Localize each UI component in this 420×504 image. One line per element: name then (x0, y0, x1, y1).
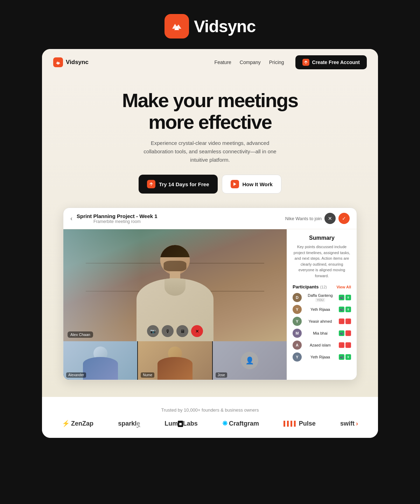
participant-icons-5: 🚫 🚫 (339, 342, 351, 348)
participant-icons-3: 🚫 🚫 (339, 318, 351, 324)
mini-videos: Alexander Nume (63, 341, 287, 380)
participants-label: Participants (293, 284, 318, 289)
mic-icon-4: 🚫 (345, 330, 351, 336)
view-all-button[interactable]: View All (336, 285, 351, 289)
hero-section: Make your meetings more effective Experi… (42, 76, 378, 397)
create-account-button[interactable]: Create Free Account (295, 55, 367, 69)
craftgram-icon: ❋ (222, 420, 227, 427)
participant-icons-4: 📹 🚫 (339, 330, 351, 336)
mini-name-1: Alexander (66, 372, 86, 378)
meeting-demo: ‹ Sprint Planning Project - Week 1 Frame… (63, 208, 357, 380)
participant-name-4: Mia bhai (304, 331, 337, 335)
participant-name-5: Azaed islam (304, 343, 337, 347)
join-deny-button[interactable]: ✕ (324, 213, 336, 224)
participant-icons-2: 📹 🎙 (339, 307, 351, 312)
end-call-control[interactable]: ✕ (191, 325, 203, 337)
participant-item: Y Yeth Rijaaa 📹 🎙 (293, 305, 351, 314)
cam-icon-1: 📹 (339, 295, 344, 300)
nav-logo-icon (53, 57, 63, 67)
join-request: Nike Wants to join ✕ ✓ (285, 213, 350, 224)
pulse-icon: ▌▌▌▌ (284, 421, 298, 426)
try-free-button[interactable]: Try 14 Days for Free (139, 175, 217, 194)
participant-avatar-5: A (293, 341, 302, 350)
zenzap-label: ZenZap (71, 420, 93, 427)
mic-control[interactable]: 🎙 (162, 325, 174, 337)
meeting-body: 📷 🎙 🖥 ✕ Alex Chaan (63, 229, 357, 380)
hero-buttons: Try 14 Days for Free How It Work (53, 175, 367, 194)
how-it-works-button[interactable]: How It Work (222, 175, 281, 194)
nav-cta-icon (302, 59, 309, 66)
zenzap-icon: ⚡ (62, 420, 70, 427)
brand-logo-icon (164, 14, 189, 38)
participant-icons-6: 📹 🎙 (339, 354, 351, 360)
sparkle-label: sparkle (118, 420, 140, 427)
hero-title-line1: Make your meetings (122, 89, 298, 111)
brand-logo-area: Vidsync (164, 14, 255, 38)
logo-zenzap: ⚡ ZenZap (62, 420, 93, 427)
trusted-section: Trusted by 10,000+ founders & business o… (42, 397, 378, 438)
mini-video-3: 👤 Jose (213, 341, 287, 380)
top-header: Vidsync (0, 0, 420, 49)
svg-marker-0 (233, 182, 236, 186)
participant-item: A Azaed islam 🚫 🚫 (293, 341, 351, 350)
mic-icon-1: 🎙 (345, 295, 351, 300)
camera-control[interactable]: 📷 (147, 325, 159, 337)
craftgram-label: Craftgram (229, 420, 259, 427)
brand-logos: ⚡ ZenZap sparkle Lum■Labs ❋ Craftgram ▌▌… (53, 420, 367, 427)
trusted-text: Trusted by 10,000+ founders & business o… (53, 407, 367, 413)
meeting-subtitle: Framerbite meeting room (77, 219, 158, 224)
nav-link-pricing[interactable]: Pricing (269, 59, 284, 65)
meeting-title: Sprint Planning Project - Week 1 (77, 213, 158, 219)
participant-icons-1: 📹 🎙 (339, 295, 351, 300)
nav-brand-name: Vidsync (66, 59, 89, 66)
hero-title: Make your meetings more effective (53, 90, 367, 133)
mic-icon-3: 🚫 (345, 318, 351, 324)
participant-avatar-2: Y (293, 305, 302, 314)
participant-item: Y Yeth Rijaaa 📹 🎙 (293, 352, 351, 362)
back-button[interactable]: ‹ (70, 215, 72, 222)
mic-icon-5: 🚫 (345, 342, 351, 348)
cam-icon-4: 📹 (339, 330, 344, 336)
navbar: Vidsync Feature Company Pricing Create F… (42, 49, 378, 76)
participants-count: (12) (320, 285, 327, 289)
participant-item: D Daffa Ganteng YOU 📹 🎙 (293, 293, 351, 302)
join-name: Nike Wants to join (285, 216, 322, 221)
try-free-icon (147, 180, 155, 188)
mini-video-2: Nume (138, 341, 212, 380)
participant-name-2: Yeth Rijaaa (304, 307, 337, 312)
logo-craftgram: ❋ Craftgram (222, 420, 259, 427)
participant-item: Y Yeasir ahmed 🚫 🚫 (293, 317, 351, 326)
meeting-info: Sprint Planning Project - Week 1 Framerb… (77, 213, 158, 224)
participant-name-3: Yeasir ahmed (304, 319, 337, 323)
screen-share-control[interactable]: 🖥 (176, 325, 188, 337)
swift-label: swift (340, 420, 355, 427)
summary-text: Key points discussed include project tim… (293, 244, 351, 279)
cam-icon-6: 📹 (339, 354, 344, 360)
try-free-label: Try 14 Days for Free (159, 181, 209, 187)
nav-brand: Vidsync (53, 57, 89, 67)
participant-name-1: Daffa Ganteng YOU (304, 293, 337, 302)
participant-avatar-3: Y (293, 317, 302, 326)
video-area: 📷 🎙 🖥 ✕ Alex Chaan (63, 229, 287, 380)
cam-icon-2: 📹 (339, 307, 344, 312)
mini-person-2 (154, 345, 196, 380)
logo-lumlabs: Lum■Labs (164, 420, 197, 427)
join-accept-button[interactable]: ✓ (338, 213, 350, 224)
logo-sparkle: sparkle (118, 420, 140, 427)
participant-avatar-1: D (293, 293, 302, 302)
mini-name-3: Jose (216, 372, 227, 378)
nav-link-feature[interactable]: Feature (215, 59, 231, 65)
pulse-label: Pulse (299, 420, 316, 427)
video-controls: 📷 🎙 🖥 ✕ (147, 325, 203, 337)
how-it-works-icon (231, 180, 239, 188)
logo-swift: swift › (340, 420, 358, 427)
meeting-header: ‹ Sprint Planning Project - Week 1 Frame… (63, 208, 357, 229)
mic-icon-6: 🎙 (345, 354, 351, 360)
nav-link-company[interactable]: Company (240, 59, 261, 65)
cam-icon-5: 🚫 (339, 342, 344, 348)
mini-video-1: Alexander (63, 341, 137, 380)
participant-name-6: Yeth Rijaaa (304, 355, 337, 359)
participant-avatar-4: M (293, 329, 302, 338)
main-card: Vidsync Feature Company Pricing Create F… (42, 49, 378, 438)
summary-title: Summary (293, 235, 351, 241)
